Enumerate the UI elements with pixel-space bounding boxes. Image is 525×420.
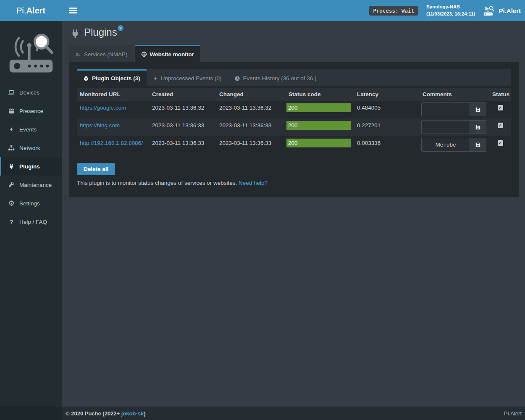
sidebar-item-label: Events — [19, 126, 37, 133]
sidebar-logo — [0, 21, 62, 83]
comment-input[interactable] — [422, 138, 470, 151]
sidebar-item-label: Devices — [19, 89, 39, 96]
save-comment-button[interactable] — [470, 103, 486, 116]
bolt-icon — [153, 76, 158, 81]
col-header-status: Status — [489, 91, 511, 97]
col-header-changed: Changed — [216, 91, 286, 97]
latency-cell: 0.003336 — [354, 136, 420, 146]
status-code-bar: 200 — [286, 121, 351, 130]
save-comment-button[interactable] — [470, 138, 486, 151]
globe-icon — [141, 51, 147, 57]
website-monitor-panel: Plugin Objects (3) Unprocessed Events (0… — [69, 62, 519, 197]
table-row: http://192.168.1.82:8086/ 2023-03-11 13:… — [77, 136, 511, 154]
footer-app-name: Pi.Alert — [504, 410, 522, 417]
footer: © 2020 Puche (2022+ jokob-sk) Pi.Alert — [0, 407, 525, 420]
sidebar: Devices Presence Events Network — [0, 21, 62, 407]
bolt-icon — [7, 126, 16, 133]
plugin-tabs: Services (NMAP) Website monitor — [62, 45, 525, 62]
need-help-link[interactable]: Need help? — [239, 180, 268, 186]
help-badge[interactable]: ? — [118, 25, 123, 31]
created-cell: 2023-03-11 13:36:33 — [149, 118, 216, 129]
floppy-save-icon — [475, 124, 481, 130]
status-checkbox[interactable]: ✓ — [498, 105, 503, 110]
monitored-url-link[interactable]: http://192.168.1.82:8086/ — [80, 140, 143, 146]
monitored-url-link[interactable]: https://bing.com — [80, 122, 120, 129]
content-area: Plugins? Services (NMAP) Website monitor — [62, 21, 525, 407]
clock-icon — [234, 76, 240, 81]
plugin-objects-table: Monitored URL Created Changed Status cod… — [77, 88, 511, 154]
footer-sidebar-strip — [0, 407, 62, 420]
sidebar-item-maintenance[interactable]: Maintenance — [0, 176, 62, 194]
signal-icon — [76, 52, 81, 57]
sidebar-item-label: Help / FAQ — [19, 219, 47, 225]
app-ident[interactable]: Pi.Alert — [483, 5, 521, 16]
sidebar-item-label: Maintenance — [19, 182, 52, 188]
host-time: (11/03/2023, 16:24:11) — [426, 10, 475, 18]
changed-cell: 2023-03-11 13:36:33 — [216, 136, 286, 146]
router-scan-icon — [483, 5, 495, 16]
floppy-save-icon — [475, 142, 481, 148]
sidebar-item-events[interactable]: Events — [0, 120, 62, 139]
sidebar-item-devices[interactable]: Devices — [0, 83, 62, 102]
hamburger-menu-icon[interactable] — [69, 8, 77, 13]
tab-label: Plugin Objects (3) — [92, 75, 140, 81]
comment-input[interactable] — [422, 121, 470, 134]
table-row: https://bing.com 2023-03-11 13:36:33 202… — [77, 118, 511, 136]
tab-unprocessed-events[interactable]: Unprocessed Events (0) — [147, 69, 228, 86]
copyright-text: © 2020 Puche (2022+ jokob-sk) — [66, 410, 146, 417]
col-header-latency: Latency — [354, 91, 420, 97]
delete-all-button[interactable]: Delete all — [77, 163, 115, 175]
table-header-row: Monitored URL Created Changed Status cod… — [77, 88, 511, 101]
sidebar-item-presence[interactable]: Presence — [0, 102, 62, 120]
sidebar-item-network[interactable]: Network — [0, 139, 62, 157]
status-code-bar: 200 — [286, 103, 351, 112]
sidebar-item-label: Presence — [19, 108, 43, 114]
monitored-url-link[interactable]: https://google.com — [80, 105, 126, 111]
changed-cell: 2023-03-11 13:36:33 — [216, 118, 286, 129]
sidebar-item-settings[interactable]: ⚙ Settings — [0, 194, 62, 213]
process-status-badge: Process: Wait — [369, 6, 418, 16]
tab-label: Events History (36 out of 36 ) — [243, 75, 317, 81]
sidebar-item-help-faq[interactable]: ? Help / FAQ — [0, 213, 62, 231]
host-info: Synology-NAS (11/03/2023, 16:24:11) — [426, 3, 475, 17]
calendar-icon — [7, 108, 16, 114]
sidebar-menu: Devices Presence Events Network — [0, 83, 62, 231]
sidebar-item-plugins[interactable]: Plugins — [0, 157, 62, 176]
created-cell: 2023-03-11 13:36:32 — [149, 101, 216, 111]
created-cell: 2023-03-11 13:36:33 — [149, 136, 216, 146]
page-title: Plugins? — [84, 27, 123, 38]
latency-cell: 0.227201 — [354, 118, 420, 129]
sidebar-item-label: Network — [19, 145, 40, 151]
host-name: Synology-NAS — [426, 3, 475, 10]
status-checkbox[interactable]: ✓ — [498, 140, 503, 146]
tab-label: Unprocessed Events (0) — [161, 75, 222, 81]
floppy-save-icon — [475, 107, 481, 113]
col-header-comments: Comments — [420, 91, 489, 97]
col-header-monitored-url: Monitored URL — [77, 91, 149, 97]
wrench-icon — [7, 182, 16, 188]
col-header-status-code: Status code — [286, 91, 354, 97]
app-name: Pi.Alert — [499, 7, 521, 14]
changed-cell: 2023-03-11 13:36:32 — [216, 101, 286, 111]
plugin-description: This plugin is to monitor status changes… — [77, 180, 511, 186]
latency-cell: 0.484005 — [354, 101, 420, 111]
sitemap-icon — [7, 144, 16, 151]
tab-services-nmap[interactable]: Services (NMAP) — [69, 45, 134, 62]
brand-suffix: Alert — [26, 6, 45, 16]
status-checkbox[interactable]: ✓ — [498, 123, 503, 128]
tab-label: Website monitor — [150, 51, 194, 58]
brand-prefix: Pi. — [16, 6, 26, 16]
tab-events-history[interactable]: Events History (36 out of 36 ) — [228, 69, 323, 86]
plug-icon — [71, 29, 80, 39]
router-scan-logo-icon — [7, 30, 55, 74]
question-icon: ? — [7, 219, 16, 225]
comment-input[interactable] — [422, 103, 470, 116]
topbar: Pi.Alert Process: Wait Synology-NAS (11/… — [0, 0, 525, 21]
save-comment-button[interactable] — [470, 121, 486, 134]
gear-icon: ⚙ — [7, 200, 16, 207]
tab-website-monitor[interactable]: Website monitor — [135, 45, 201, 62]
brand-logo[interactable]: Pi.Alert — [0, 0, 62, 21]
status-code-bar: 200 — [286, 139, 351, 147]
tab-plugin-objects[interactable]: Plugin Objects (3) — [77, 69, 147, 86]
jokob-sk-link[interactable]: jokob-sk — [121, 410, 144, 417]
